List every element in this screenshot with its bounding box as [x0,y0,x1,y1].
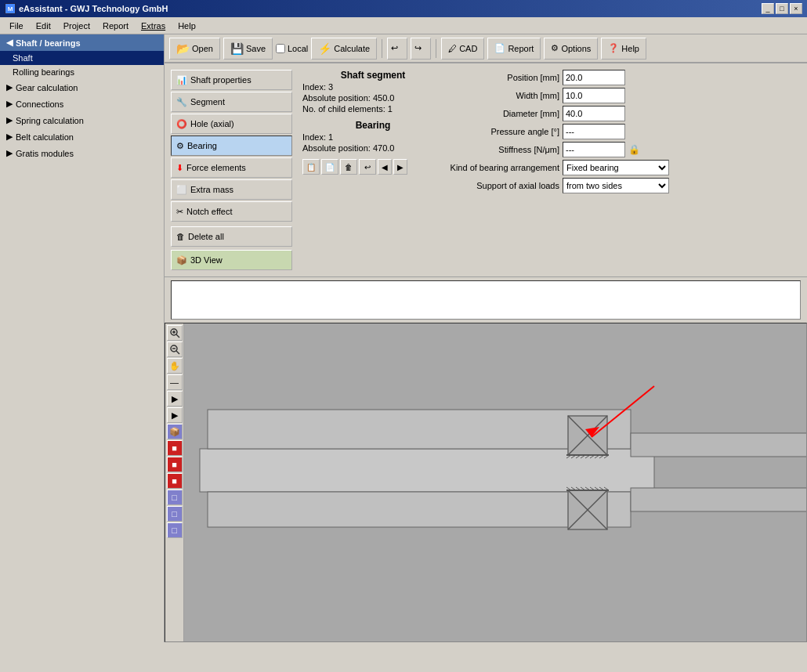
segment-label: Segment [190,97,225,107]
save-button[interactable]: 💾 Save [223,38,273,60]
minimize-button[interactable]: _ [762,3,774,14]
red-box-2[interactable]: ■ [167,457,183,472]
spring-arrow: ▶ [6,115,13,125]
connections-label: Connections [16,99,63,109]
canvas-drawing-area [184,323,806,641]
menu-report[interactable]: Report [96,20,135,32]
notch-effect-button[interactable]: ✂ Notch effect [171,201,292,222]
outline-box-3[interactable]: □ [167,522,183,538]
position-input[interactable] [563,70,625,85]
bearing-icon: ⚙ [176,141,184,151]
pressure-angle-label: Pressure angle [°] [450,127,559,136]
bearing-index-label: Index: [302,132,326,142]
line-tool-1[interactable]: — [167,374,183,390]
segment-button[interactable]: 🔧 Segment [171,92,292,112]
zoom-out-button[interactable] [167,341,183,357]
sidebar-item-spring-calculation[interactable]: ▶ Spring calculation [0,112,164,128]
bearing-kind-select[interactable]: Fixed bearing Floating bearing Free bear… [563,160,669,175]
arrow-tool-1[interactable]: ▶ [167,391,183,406]
bearing-title: Bearing [302,120,443,131]
menu-edit[interactable]: Edit [30,20,57,32]
lock-icon[interactable]: 🔒 [628,144,640,155]
next-button[interactable]: ▶ [393,159,407,175]
svg-line-5 [176,351,179,354]
zoom-in-button[interactable] [167,325,183,341]
arrow-tool-2[interactable]: ▶ [167,407,183,423]
calculate-button[interactable]: ⚡ Calculate [311,38,377,60]
gratis-label: Gratis modules [16,149,74,158]
open-label: Open [192,44,213,53]
close-button[interactable]: × [790,3,802,14]
sidebar-item-shaft[interactable]: Shaft [0,51,164,65]
delete-item-button[interactable]: 🗑 [340,159,357,175]
undo-button[interactable]: ↩ [387,38,407,60]
red-box-1[interactable]: ■ [167,440,183,456]
belt-label: Belt calculation [16,132,74,142]
outline-box-2[interactable]: □ [167,506,183,522]
diameter-input[interactable] [563,106,625,121]
hole-axial-button[interactable]: ⭕ Hole (axial) [171,114,292,134]
notch-label: Notch effect [186,207,233,216]
prev-button[interactable]: ◀ [378,159,392,175]
open-button[interactable]: 📂 Open [169,38,220,60]
gear-calc-label: Gear calculation [16,83,78,92]
abs-pos-value: 450.0 [373,93,395,103]
segment-icon: 🔧 [176,97,187,107]
delete-label: Delete all [188,232,224,241]
description-textarea[interactable] [172,281,800,319]
undo-mini-button[interactable]: ↩ [359,159,376,175]
window-controls[interactable]: _ □ × [762,3,802,14]
red-box-3[interactable]: ■ [167,473,183,489]
outline-box-1[interactable]: □ [167,490,183,505]
pan-button[interactable]: ✋ [167,358,183,374]
cad-button[interactable]: 🖊 CAD [441,38,484,60]
cad-icon: 🖊 [448,44,457,53]
width-label: Width [mm] [450,91,559,100]
sidebar-group-label: Shaft / bearings [16,38,81,48]
help-button[interactable]: ❓ Help [601,38,646,60]
report-icon: 📄 [494,43,505,53]
position-row: Position [mm] [450,70,801,85]
axial-support-select[interactable]: from two sides from one side none [563,178,669,193]
save-label: Save [246,44,266,53]
sidebar-item-gratis-modules[interactable]: ▶ Gratis modules [0,145,164,161]
extra-mass-button[interactable]: ⬜ Extra mass [171,179,292,200]
local-checkbox[interactable] [276,44,285,53]
options-button[interactable]: ⚙ Options [544,38,598,60]
content-area: 📂 Open 💾 Save Local ⚡ Calculate ↩ ↪ [165,34,807,642]
sidebar-group-shaft-bearings[interactable]: ◀ Shaft / bearings [0,34,164,51]
force-elements-button[interactable]: ⬇ Force elements [171,157,292,178]
local-label: Local [288,44,308,53]
local-checkbox-group: Local [276,44,308,53]
menu-file[interactable]: File [3,20,30,32]
sidebar-item-belt-calculation[interactable]: ▶ Belt calculation [0,128,164,145]
menu-help[interactable]: Help [172,20,202,32]
delete-icon: 🗑 [176,232,185,241]
cad-label: CAD [459,44,477,53]
maximize-button[interactable]: □ [776,3,788,14]
pressure-angle-input[interactable] [563,124,625,139]
sidebar-item-gear-calculation[interactable]: ▶ Gear calculation [0,79,164,96]
delete-all-button[interactable]: 🗑 Delete all [171,226,292,247]
stiffness-input[interactable] [563,142,625,157]
sidebar-item-connections[interactable]: ▶ Connections [0,96,164,112]
redo-icon: ↪ [414,43,422,53]
sidebar-item-rolling-bearings[interactable]: Rolling bearings [0,65,164,79]
index-value: 3 [328,82,333,92]
shaft-properties-button[interactable]: 📊 Shaft properties [171,70,292,90]
redo-button[interactable]: ↪ [411,38,431,60]
shaft-props-icon: 📊 [176,75,187,85]
3d-box-tool[interactable]: 📦 [167,424,183,439]
menu-extras[interactable]: Extras [135,20,172,32]
copy-button[interactable]: 📋 [302,159,320,175]
report-button[interactable]: 📄 Report [487,38,541,60]
bearing-index-value: 1 [328,132,333,142]
force-label: Force elements [186,163,246,172]
menu-project[interactable]: Project [57,20,96,32]
bearing-button[interactable]: ⚙ Bearing [171,135,292,156]
child-value: 1 [388,104,393,114]
3d-view-button[interactable]: 📦 3D View [171,250,292,270]
width-input[interactable] [563,88,625,103]
options-icon: ⚙ [551,43,559,53]
paste-button[interactable]: 📄 [321,159,338,175]
